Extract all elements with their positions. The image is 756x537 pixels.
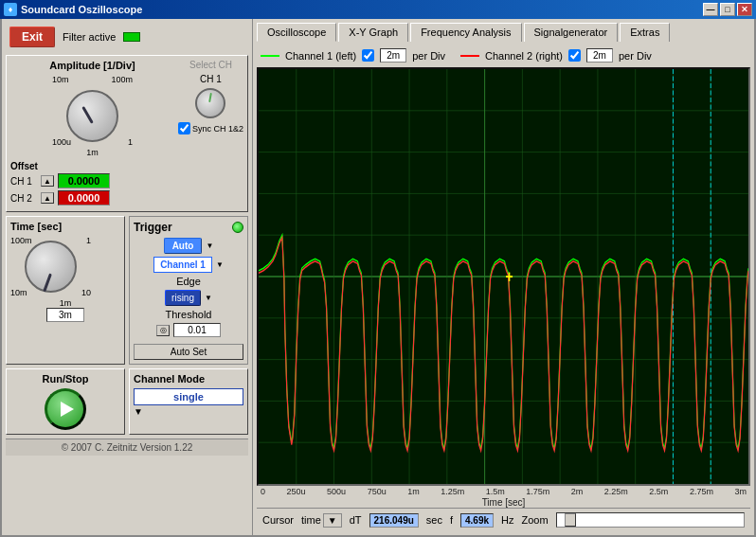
channel1-per-div-unit: per Div [412, 50, 445, 62]
play-icon [61, 402, 74, 417]
ch1-label: CH 1 [200, 74, 222, 84]
threshold-input[interactable] [173, 323, 221, 337]
trigger-controls: Auto ▼ Channel 1 ▼ Edge rising ▼ [134, 238, 243, 360]
time-axis-1_25m: 1.25m [441, 487, 464, 496]
time-axis-750u: 750u [368, 487, 387, 496]
time-axis-2_5m: 2.5m [649, 487, 668, 496]
amplitude-knob-area: Amplitude [1/Div] 10m 100m 100u 1 1m [10, 60, 174, 157]
top-controls: Exit Filter active [6, 23, 248, 51]
time-axis-2m: 2m [571, 487, 584, 496]
time-display: 3m [46, 308, 84, 322]
channel2-checkbox[interactable] [568, 49, 581, 62]
time-knob[interactable] [25, 241, 77, 293]
channel-mode-arrow[interactable]: ▼ [134, 406, 143, 417]
time-1: 1 [86, 236, 91, 245]
amp-100m-label: 100m [111, 75, 133, 84]
sync-checkbox[interactable]: Sync CH 1&2 [178, 122, 243, 134]
edge-button[interactable]: rising [165, 290, 201, 306]
offset-title: Offset [10, 161, 243, 171]
time-1m: 1m [10, 298, 120, 308]
filter-label: Filter active [63, 31, 116, 43]
time-trigger-row: Time [sec] 100m 1 10m 10 1m 3m [6, 216, 248, 365]
dt-value: 216.049u [369, 513, 419, 528]
maximize-button[interactable]: □ [720, 3, 735, 16]
channel1-checkbox[interactable] [362, 49, 374, 62]
channel2-label: Channel 2 (right) [485, 50, 563, 62]
run-stop-panel: Run/Stop [6, 368, 125, 435]
exit-button[interactable]: Exit [9, 27, 55, 47]
amplitude-knob[interactable] [66, 90, 118, 142]
auto-set-button[interactable]: Auto Set [134, 344, 243, 360]
svg-text:+: + [505, 268, 513, 286]
channel2-per-div[interactable] [586, 48, 613, 63]
time-axis-container: 0 250u 500u 750u 1m 1.25m 1.5m 1.75m 2m … [257, 486, 750, 508]
offset-ch2-input[interactable] [58, 190, 110, 206]
select-ch-label: Select CH [189, 60, 232, 70]
time-10: 10 [81, 288, 91, 297]
offset-ch1-spin-up[interactable]: ▲ [41, 175, 54, 187]
window-title: Soundcard Oszilloscope [21, 4, 142, 15]
amplitude-panel: Amplitude [1/Div] 10m 100m 100u 1 1m [6, 55, 248, 212]
title-bar: ♦ Soundcard Oszilloscope — □ ✕ [0, 0, 756, 19]
run-stop-button[interactable] [45, 388, 86, 430]
time-100m: 100m [10, 236, 32, 245]
window-controls[interactable]: — □ ✕ [703, 3, 752, 16]
run-stop-title: Run/Stop [43, 373, 89, 385]
edge-arrow[interactable]: ▼ [205, 294, 212, 302]
channel-mode-dropdown[interactable]: single [134, 388, 243, 405]
amplitude-title: Amplitude [1/Div] [49, 60, 135, 71]
trigger-title: Trigger [134, 221, 172, 234]
trigger-auto-button[interactable]: Auto [164, 238, 203, 254]
channel1-label: Channel 1 (left) [285, 50, 356, 62]
trigger-mode-arrow[interactable]: ▼ [206, 242, 213, 250]
select-ch-area: Select CH CH 1 Sync CH 1&2 [178, 60, 243, 157]
sync-check[interactable] [178, 122, 190, 134]
offset-ch1-input[interactable] [58, 173, 110, 188]
scope-display: + [257, 67, 750, 486]
minimize-button[interactable]: — [703, 3, 718, 16]
time-axis-1m: 1m [407, 487, 420, 496]
f-unit: Hz [501, 514, 513, 526]
ch2-line-indicator [460, 55, 479, 57]
threshold-spin[interactable]: ◎ [156, 325, 170, 336]
ch1-knob[interactable] [195, 88, 225, 118]
cursor-type-dropdown[interactable]: ▼ [323, 513, 342, 528]
trigger-channel-button[interactable]: Channel 1 [153, 257, 212, 273]
offset-ch1-row: CH 1 ▲ [10, 173, 243, 188]
cursor-label: Cursor [262, 514, 294, 526]
cursor-bar: Cursor time ▼ dT 216.049u sec f 4.69k Hz… [257, 508, 750, 531]
right-panel: Oscilloscope X-Y Graph Frequency Analysi… [253, 19, 754, 535]
tab-oscilloscope[interactable]: Oscilloscope [257, 23, 336, 42]
time-axis-500u: 500u [327, 487, 346, 496]
time-axis-250u: 250u [287, 487, 306, 496]
tab-signal-generator[interactable]: Signalgenerator [524, 23, 619, 42]
tab-xy-graph[interactable]: X-Y Graph [338, 23, 408, 42]
offset-ch1-label: CH 1 [10, 176, 37, 187]
tab-frequency-analysis[interactable]: Frequency Analysis [410, 23, 521, 42]
zoom-slider[interactable] [556, 512, 745, 528]
time-10m: 10m [10, 288, 27, 297]
tab-extras[interactable]: Extras [620, 23, 670, 42]
dt-unit: sec [426, 514, 442, 526]
ch1-line-indicator [261, 55, 279, 57]
close-button[interactable]: ✕ [737, 3, 752, 16]
dt-label: dT [350, 514, 362, 526]
channel-headers: Channel 1 (left) per Div Channel 2 (righ… [257, 45, 750, 65]
trigger-ch-arrow[interactable]: ▼ [216, 260, 224, 269]
f-value: 4.69k [460, 513, 494, 528]
channel1-per-div[interactable] [380, 48, 406, 63]
zoom-thumb[interactable] [565, 513, 576, 527]
zoom-label: Zoom [521, 514, 548, 526]
amp-1-label: 1 [128, 137, 133, 147]
amp-100u-label: 100u [52, 137, 71, 147]
copyright: © 2007 C. Zeitnitz Version 1.22 [6, 439, 248, 456]
offset-ch2-spin-up[interactable]: ▲ [41, 192, 54, 204]
time-panel: Time [sec] 100m 1 10m 10 1m 3m [6, 216, 125, 365]
channel-mode-title: Channel Mode [134, 373, 243, 385]
channel-mode-panel: Channel Mode single ▼ [129, 368, 248, 435]
time-axis-3m: 3m [734, 487, 747, 496]
amp-10m-label: 10m [52, 75, 69, 84]
amplitude-knob-indicator [81, 106, 94, 124]
time-knob-indicator [43, 273, 52, 292]
edge-label: Edge [176, 276, 201, 287]
